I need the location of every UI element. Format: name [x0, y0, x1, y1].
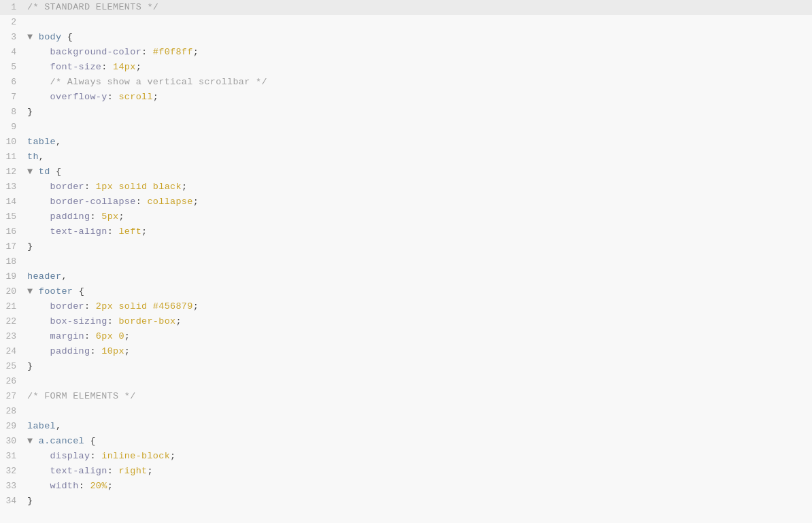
line-content: label, [27, 419, 807, 434]
line-number: 31 [0, 449, 27, 464]
line-number: 18 [0, 254, 27, 269]
line-number: 25 [0, 359, 27, 374]
line-content: text-align: left; [27, 224, 807, 239]
code-line: 6 /* Always show a vertical scrollbar */ [0, 75, 812, 90]
line-content: /* STANDARD ELEMENTS */ [27, 0, 807, 15]
line-content: font-size: 14px; [27, 60, 807, 75]
code-line: 5 font-size: 14px; [0, 60, 812, 75]
line-number: 4 [0, 45, 27, 60]
line-content: border: 1px solid black; [27, 180, 807, 195]
line-content: width: 20%; [27, 479, 807, 494]
line-content: padding: 10px; [27, 344, 807, 359]
line-number: 2 [0, 15, 27, 30]
line-number: 12 [0, 165, 27, 180]
code-line: 24 padding: 10px; [0, 344, 812, 359]
line-content: margin: 6px 0; [27, 329, 807, 344]
line-number: 34 [0, 494, 27, 509]
code-line: 25} [0, 359, 812, 374]
code-line: 2 [0, 15, 812, 30]
line-number: 19 [0, 269, 27, 284]
line-number: 13 [0, 180, 27, 195]
line-number: 33 [0, 479, 27, 494]
code-area: 1/* STANDARD ELEMENTS */2 3▼ body {4 bac… [0, 0, 812, 509]
line-content: padding: 5px; [27, 209, 807, 224]
code-line: 29label, [0, 419, 812, 434]
code-line: 4 background-color: #f0f8ff; [0, 45, 812, 60]
line-content: header, [27, 269, 807, 284]
line-content: } [27, 105, 807, 120]
code-line: 16 text-align: left; [0, 224, 812, 239]
code-line: 3▼ body { [0, 30, 812, 45]
line-number: 3 [0, 30, 27, 45]
code-line: 14 border-collapse: collapse; [0, 195, 812, 209]
code-line: 17} [0, 239, 812, 254]
line-content: /* FORM ELEMENTS */ [27, 389, 807, 404]
code-line: 15 padding: 5px; [0, 209, 812, 224]
line-content: box-sizing: border-box; [27, 314, 807, 329]
line-content: th, [27, 150, 807, 165]
code-line: 13 border: 1px solid black; [0, 180, 812, 195]
code-line: 30▼ a.cancel { [0, 434, 812, 449]
line-content: ▼ a.cancel { [27, 434, 807, 449]
line-content: } [27, 494, 807, 509]
code-line: 23 margin: 6px 0; [0, 329, 812, 344]
line-number: 26 [0, 374, 27, 389]
line-number: 27 [0, 389, 27, 404]
editor: 1/* STANDARD ELEMENTS */2 3▼ body {4 bac… [0, 0, 812, 523]
line-number: 24 [0, 344, 27, 359]
line-content: /* Always show a vertical scrollbar */ [27, 75, 807, 90]
line-content: } [27, 359, 807, 374]
line-number: 10 [0, 135, 27, 150]
line-number: 11 [0, 150, 27, 165]
code-line: 20▼ footer { [0, 284, 812, 299]
line-number: 28 [0, 404, 27, 419]
code-line: 26 [0, 374, 812, 389]
code-line: 18 [0, 254, 812, 269]
code-line: 27/* FORM ELEMENTS */ [0, 389, 812, 404]
code-line: 28 [0, 404, 812, 419]
code-line: 19header, [0, 269, 812, 284]
line-content: text-align: right; [27, 464, 807, 479]
code-line: 31 display: inline-block; [0, 449, 812, 464]
line-number: 20 [0, 284, 27, 299]
line-number: 32 [0, 464, 27, 479]
line-content: display: inline-block; [27, 449, 807, 464]
line-content: } [27, 239, 807, 254]
code-line: 32 text-align: right; [0, 464, 812, 479]
line-content [27, 374, 807, 389]
line-content [27, 404, 807, 419]
code-line: 34} [0, 494, 812, 509]
code-line: 11th, [0, 150, 812, 165]
line-number: 17 [0, 239, 27, 254]
line-number: 16 [0, 224, 27, 239]
code-line: 21 border: 2px solid #456879; [0, 299, 812, 314]
line-content: border: 2px solid #456879; [27, 299, 807, 314]
code-line: 1/* STANDARD ELEMENTS */ [0, 0, 812, 15]
line-number: 6 [0, 75, 27, 90]
line-content: overflow-y: scroll; [27, 90, 807, 105]
line-content [27, 254, 807, 269]
line-number: 5 [0, 60, 27, 75]
code-line: 12▼ td { [0, 165, 812, 180]
line-content: background-color: #f0f8ff; [27, 45, 807, 60]
line-number: 30 [0, 434, 27, 449]
code-line: 9 [0, 120, 812, 135]
line-number: 1 [0, 0, 27, 15]
code-line: 10table, [0, 135, 812, 150]
code-line: 8} [0, 105, 812, 120]
line-content: ▼ footer { [27, 284, 807, 299]
code-line: 22 box-sizing: border-box; [0, 314, 812, 329]
code-line: 7 overflow-y: scroll; [0, 90, 812, 105]
line-number: 23 [0, 329, 27, 344]
line-content: ▼ body { [27, 30, 807, 45]
line-number: 9 [0, 120, 27, 135]
line-content [27, 15, 807, 30]
line-number: 7 [0, 90, 27, 105]
line-number: 14 [0, 195, 27, 209]
line-content [27, 120, 807, 135]
line-number: 15 [0, 209, 27, 224]
line-content: table, [27, 135, 807, 150]
line-content: ▼ td { [27, 165, 807, 180]
line-number: 21 [0, 299, 27, 314]
line-content: border-collapse: collapse; [27, 195, 807, 209]
